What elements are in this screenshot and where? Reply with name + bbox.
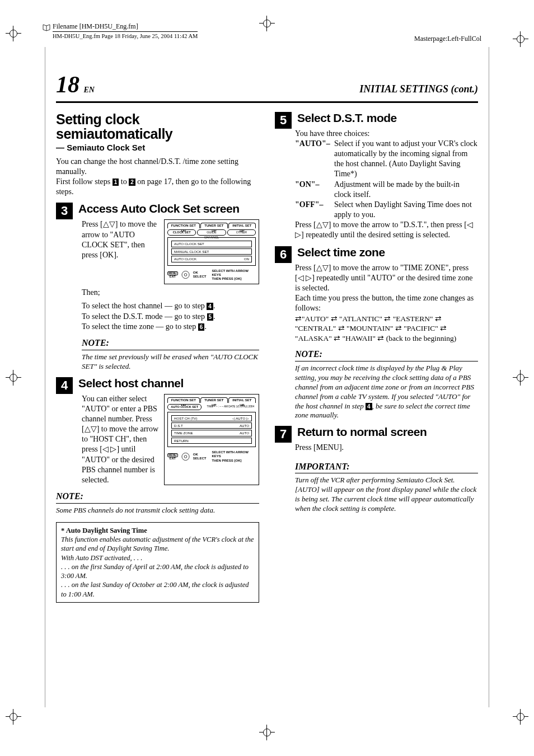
osd-item: RETURN (171, 438, 252, 444)
dst-off-v: Select when Daylight Saving Time does no… (334, 200, 478, 220)
osd-item: AUTO CLOCK SET (171, 241, 252, 247)
osd-tab: TUNER SET UP (200, 397, 228, 403)
osd-exit: EXIT (167, 275, 178, 278)
step-4: 4 Select host channel (56, 377, 259, 394)
columns: Setting clock semiautomatically — Semiau… (56, 112, 478, 603)
osd-select: SELECT (193, 457, 207, 461)
step-4-title: Select host channel (78, 377, 259, 389)
time-zone-sequence: ⇄"AUTO" ⇄ "ATLANTIC" ⇄ "EASTERN" ⇄ "CENT… (295, 314, 478, 344)
auto-dst-l4: . . . on the last Sunday of October at 2… (61, 581, 249, 598)
step-6: 6 Select time zone (275, 246, 478, 263)
masterpage-label: Masterpage:Left-FullCol (414, 35, 481, 44)
dst-choices: "AUTO"–Select if you want to adjust your… (295, 139, 478, 220)
step-4-body: You can either select "AUTO" or enter a … (82, 394, 259, 486)
note-heading: NOTE: (56, 491, 259, 504)
then: Then; (82, 288, 259, 298)
osd-tab-selected: INITIAL SET UP (228, 397, 256, 403)
step-5-tail: Press [△▽] to move the arrow to "D.S.T."… (295, 220, 478, 240)
dst-off-k: "OFF"– (295, 200, 334, 220)
right-column: 5 Select D.S.T. mode You have three choi… (275, 112, 478, 603)
step-num-6: 6 (275, 246, 292, 263)
step-ref: 4 (207, 303, 213, 310)
dpad-icon (181, 452, 190, 461)
step-3-body: Press [△▽] to move the arrow to "AUTO CL… (82, 219, 259, 284)
osd-help1: SELECT WITH ARROW KEYS (212, 269, 256, 277)
osd-auto-clock-set: FUNCTION SET UP TUNER SET UP INITIAL SET… (164, 394, 259, 486)
dpad-icon (181, 270, 190, 279)
osd-item: MANUAL CLOCK SET (171, 248, 252, 255)
step-ref: 6 (198, 323, 205, 331)
step-7-title: Return to normal screen (297, 426, 478, 438)
step-3-text: Press [△▽] to move the arrow to "AUTO CL… (82, 219, 160, 284)
osd-help1: SELECT WITH ARROW KEYS (212, 450, 256, 458)
dst-auto-k: "AUTO"– (295, 139, 334, 180)
page-number-block: 18 EN (56, 69, 95, 100)
step3-line2: To select the D.S.T. mode — go to step 5… (82, 312, 259, 322)
osd-item: D.S.T AUTO (171, 422, 252, 429)
step-7: 7 Return to normal screen (275, 426, 478, 443)
section-title: INITIAL SETTINGS (cont.) (359, 83, 478, 96)
registration-mark (6, 709, 21, 725)
intro-2: First follow steps 1 to 2 on page 17, th… (56, 177, 259, 197)
auto-dst-box: * Auto Daylight Saving Time This functio… (56, 522, 259, 603)
page-number: 18 (56, 72, 79, 97)
h1: Setting clock semiautomatically (56, 112, 259, 142)
note-heading: NOTE: (82, 337, 259, 350)
svg-point-2 (182, 453, 189, 460)
lang-code: EN (84, 86, 95, 94)
step-7-body: Press [MENU]. (295, 443, 478, 453)
margin-line (45, 47, 45, 707)
note-body: The time set previously will be erased w… (82, 353, 259, 372)
svg-point-3 (184, 456, 187, 458)
important-heading: IMPORTANT: (295, 461, 478, 474)
osd-tab-selected: INITIAL SET UP (228, 223, 256, 228)
osd-item: TIME ZONE AUTO (171, 430, 252, 436)
svg-point-1 (184, 274, 187, 276)
osd-subtab: GUIDE CHANNEL (197, 229, 226, 236)
osd-tab: FUNCTION SET UP (167, 397, 200, 403)
osd-help2: THEN PRESS [OK] (212, 459, 256, 463)
left-column: Setting clock semiautomatically — Semiau… (56, 112, 259, 603)
step-num-3: 3 (56, 203, 73, 219)
registration-mark (6, 370, 21, 386)
dst-auto-v: Select if you want to adjust your VCR's … (334, 139, 478, 180)
step-5: 5 Select D.S.T. mode (275, 112, 478, 129)
auto-dst-l2: With Auto DST activated, . . . (61, 554, 142, 562)
osd-item: HOST CH (TV) ◁ AUTO ▷ (171, 415, 252, 421)
osd-datetime: TIME – – : – – AM DATE 1/1 (THU) 2004 (203, 404, 256, 409)
auto-dst-l3: . . . on the first Sunday of April at 2:… (61, 563, 249, 580)
title-bar: 18 EN INITIAL SETTINGS (cont.) (56, 69, 478, 103)
step-6-p1: Press [△▽] to move the arrow to "TIME ZO… (295, 263, 478, 294)
step-5-title: Select D.S.T. mode (297, 112, 478, 124)
step-ref: 4 (366, 403, 372, 410)
step-ref-1: 1 (113, 179, 119, 186)
step-ref-2: 2 (129, 179, 135, 186)
osd-ok: OK (193, 271, 207, 275)
book-icon (43, 24, 50, 31)
osd-exit: EXIT (167, 457, 178, 460)
note-heading: NOTE: (295, 349, 478, 361)
registration-mark (259, 725, 275, 740)
osd-tab: TUNER SET UP (200, 223, 228, 228)
step-4-text: You can either select "AUTO" or enter a … (82, 394, 160, 486)
h1-sub: — Semiauto Clock Set (56, 142, 259, 153)
step-6-title: Select time zone (297, 246, 478, 259)
step-ref: 5 (207, 313, 214, 321)
filename: Filename [HM-DH5U_Eng.fm] (53, 22, 198, 31)
step-3-title: Access Auto Clock Set screen (78, 203, 259, 215)
step-num-4: 4 (56, 377, 73, 394)
dst-on-v: Adjustment will be made by the built-in … (334, 180, 478, 200)
registration-mark (259, 16, 275, 31)
registration-mark (513, 709, 528, 725)
step-5-intro: You have three choices: (295, 129, 478, 139)
osd-ok: OK (193, 453, 207, 457)
dst-on-k: "ON"– (295, 180, 334, 200)
osd-help2: THEN PRESS [OK] (212, 277, 256, 281)
intro-1: You can change the host channel/D.S.T. /… (56, 157, 259, 177)
step3-line1: To select the host channel — go to step … (82, 301, 259, 311)
osd-item: AUTO CLOCK ON (171, 256, 252, 262)
note-body: If an incorrect clock time is displayed … (295, 364, 478, 420)
registration-mark (513, 31, 528, 47)
file-meta: HM-DH5U_Eng.fm Page 18 Friday, June 25, … (53, 31, 198, 40)
step-3: 3 Access Auto Clock Set screen (56, 203, 259, 219)
